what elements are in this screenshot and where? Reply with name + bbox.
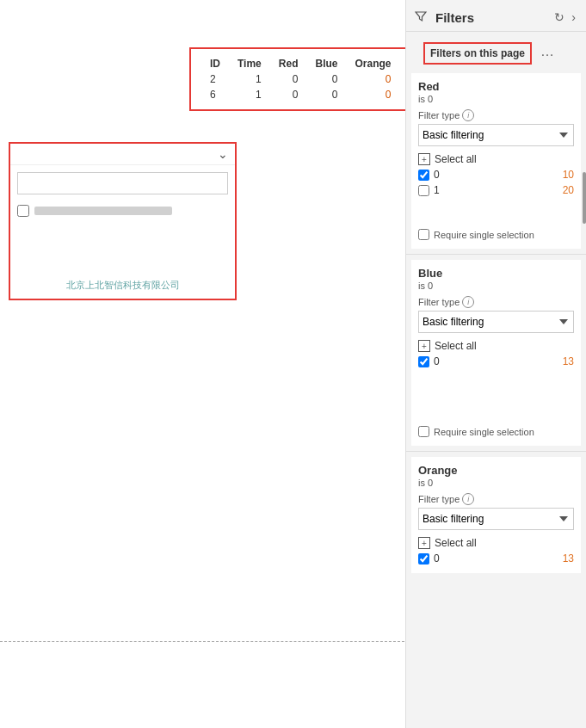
require-label-red: Require single selection (434, 230, 534, 240)
filter-empty-space (10, 220, 235, 272)
filter-condition-red: is 0 (418, 94, 574, 104)
filter-footer: 北京上北智信科技有限公司 (10, 272, 235, 299)
filter-funnel-icon (415, 10, 427, 25)
table-row: 6 1 0 0 0 (201, 87, 400, 102)
separator-1 (406, 254, 586, 255)
table-row: 2 1 0 0 0 (201, 71, 400, 87)
data-table-container: ID Time Red Blue Orange 2 1 0 0 0 6 1 (189, 47, 412, 111)
filter-option-red-1: 1 20 (418, 182, 574, 198)
info-icon-blue[interactable]: i (462, 296, 474, 308)
cell-orange: 0 (346, 87, 399, 102)
filter-option-orange-0: 0 13 (418, 551, 574, 566)
col-orange: Orange (346, 56, 399, 71)
select-all-label-red[interactable]: Select all (435, 153, 477, 165)
chevron-down-icon[interactable]: ⌄ (218, 147, 228, 161)
col-time: Time (229, 56, 270, 71)
col-id: ID (201, 56, 229, 71)
select-all-row-orange: + Select all (418, 535, 574, 551)
filter-widget: ⌄ 北京上北智信科技有限公司 (9, 142, 237, 300)
select-all-row-blue: + Select all (418, 338, 574, 354)
filter-checkbox-red-1[interactable] (418, 185, 429, 196)
filters-panel: Filters ↻ › Filters on this page … Red i… (405, 0, 586, 728)
filter-type-label-blue: Filter type i (418, 296, 574, 308)
filter-widget-header: ⌄ (10, 144, 235, 165)
filter-checkbox-blue-0[interactable] (418, 356, 429, 367)
filter-field-red: Red (418, 80, 574, 93)
filter-checkbox[interactable] (17, 205, 29, 217)
filter-option-count-orange-0: 13 (557, 552, 574, 565)
separator-2 (406, 451, 586, 452)
data-table: ID Time Red Blue Orange 2 1 0 0 0 6 1 (201, 56, 400, 102)
require-row-red: Require single selection (418, 224, 574, 242)
filter-type-select-blue[interactable]: Basic filtering (418, 311, 574, 333)
select-all-row-red: + Select all (418, 151, 574, 167)
filter-type-label-red: Filter type i (418, 109, 574, 121)
cell-id: 6 (201, 87, 229, 102)
filter-card-orange: Orange is 0 Filter type i Basic filterin… (411, 457, 581, 573)
filter-field-orange: Orange (418, 464, 574, 477)
require-label-blue: Require single selection (434, 427, 534, 437)
filter-option-count-red-0: 10 (557, 169, 574, 181)
cell-orange: 0 (346, 71, 399, 87)
panel-header-icons: ↻ › (552, 9, 577, 26)
col-blue: Blue (306, 56, 346, 71)
dotted-separator (0, 641, 404, 642)
filter-checkbox-label (34, 207, 172, 215)
filter-card-blue: Blue is 0 Filter type i Basic filtering … (411, 260, 581, 446)
filter-option-count-red-1: 20 (557, 184, 574, 196)
cell-red: 0 (270, 87, 307, 102)
cell-id: 2 (201, 71, 229, 87)
section-header-row: Filters on this page … (406, 32, 586, 68)
cell-time: 1 (229, 71, 270, 87)
select-all-label-orange[interactable]: Select all (435, 537, 477, 549)
filter-search-input[interactable] (17, 172, 228, 194)
info-icon-orange[interactable]: i (462, 493, 474, 505)
filter-type-label-orange: Filter type i (418, 493, 574, 505)
filter-option-red-0: 0 10 (418, 167, 574, 182)
filter-condition-orange: is 0 (418, 478, 574, 488)
filter-option-blue-0: 0 13 (418, 354, 574, 369)
arrow-right-icon[interactable]: › (570, 9, 577, 26)
select-all-icon-blue[interactable]: + (418, 340, 430, 352)
info-icon-red[interactable]: i (462, 109, 474, 121)
panel-title: Filters (435, 10, 547, 25)
filter-option-value-orange-0: 0 (434, 552, 552, 565)
filter-field-blue: Blue (418, 267, 574, 280)
filters-on-page-label: Filters on this page (423, 42, 532, 65)
filter-type-select-red[interactable]: Basic filtering (418, 124, 574, 146)
more-options-icon[interactable]: … (540, 45, 554, 59)
require-row-blue: Require single selection (418, 421, 574, 439)
select-all-icon-orange[interactable]: + (418, 537, 430, 549)
refresh-icon[interactable]: ↻ (552, 9, 566, 26)
filter-checkbox-orange-0[interactable] (418, 553, 429, 565)
filter-option-value-red-1: 1 (434, 184, 552, 196)
scroll-indicator (583, 172, 586, 224)
filter-type-select-orange[interactable]: Basic filtering (418, 508, 574, 530)
filter-checkbox-red-0[interactable] (418, 170, 429, 181)
filter-condition-blue: is 0 (418, 281, 574, 291)
filter-card-red: Red is 0 Filter type i Basic filtering +… (411, 73, 581, 249)
require-checkbox-blue[interactable] (418, 426, 429, 437)
cell-time: 1 (229, 87, 270, 102)
cell-red: 0 (270, 71, 307, 87)
select-all-label-blue[interactable]: Select all (435, 340, 477, 352)
require-checkbox-red[interactable] (418, 229, 429, 240)
select-all-icon-red[interactable]: + (418, 153, 430, 165)
filter-checkbox-row (10, 201, 235, 220)
main-canvas: ID Time Red Blue Orange 2 1 0 0 0 6 1 (0, 0, 404, 728)
panel-header: Filters ↻ › (406, 0, 586, 32)
filter-option-value-blue-0: 0 (434, 355, 552, 367)
col-red: Red (270, 56, 307, 71)
filter-option-count-blue-0: 13 (557, 355, 574, 367)
filter-option-value-red-0: 0 (434, 169, 552, 181)
cell-blue: 0 (306, 71, 346, 87)
cell-blue: 0 (306, 87, 346, 102)
